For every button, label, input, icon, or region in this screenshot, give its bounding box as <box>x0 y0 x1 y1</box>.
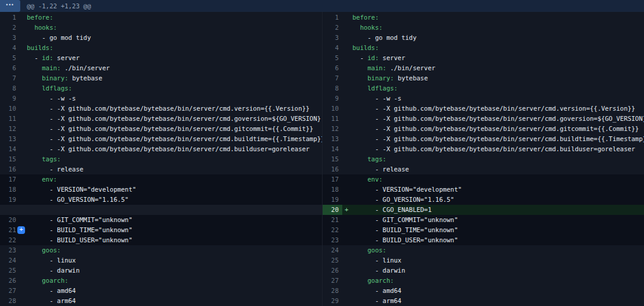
line-number[interactable]: 10 <box>323 103 342 113</box>
yaml-key: goos: <box>367 246 386 254</box>
yaml-text <box>27 246 42 254</box>
yaml-text: - GO_VERSION="1.16.5" <box>27 196 129 203</box>
line-number[interactable]: 26 <box>0 276 20 286</box>
line-number[interactable]: 9 <box>0 93 20 103</box>
line-number[interactable]: 2 <box>0 22 20 32</box>
line-number[interactable]: 18 <box>323 185 342 195</box>
line-number[interactable]: 20 <box>323 205 342 215</box>
diff-row: 2 hooks: <box>0 22 322 32</box>
code-line: binary: bytebase <box>27 74 102 82</box>
diff-row: 5 - id: server <box>0 52 322 63</box>
line-number[interactable]: 17 <box>0 174 20 185</box>
line-number[interactable]: 3 <box>323 32 342 42</box>
line-number[interactable]: 21+ <box>0 225 20 235</box>
diff-row: 6 main: ./bin/server <box>0 63 322 73</box>
line-number[interactable]: 5 <box>0 52 20 63</box>
line-number[interactable]: 5 <box>323 52 342 63</box>
line-number[interactable]: 24 <box>0 255 20 266</box>
line-number[interactable]: 22 <box>323 225 342 235</box>
line-number[interactable]: 2 <box>323 22 342 32</box>
yaml-text: - GIT_COMMIT="unknown" <box>352 216 458 223</box>
diff-row: 4builds: <box>0 42 322 52</box>
diff-row: 29 - arm64 <box>323 296 644 306</box>
line-number[interactable]: 6 <box>323 63 342 73</box>
line-number[interactable]: 26 <box>323 266 342 276</box>
code-line: tags: <box>27 155 61 163</box>
line-number[interactable]: 24 <box>323 245 342 255</box>
diff-row: 17 env: <box>323 174 644 185</box>
line-number[interactable]: 28 <box>323 286 342 296</box>
yaml-text: - -X github.com/bytebase/bytebase/bin/se… <box>352 105 635 112</box>
line-number[interactable]: 11 <box>323 113 342 123</box>
line-number[interactable]: 13 <box>0 133 20 143</box>
line-number[interactable]: 6 <box>0 63 20 73</box>
code-line: hooks: <box>27 24 57 31</box>
line-number[interactable]: 8 <box>0 83 20 93</box>
line-number[interactable]: 1 <box>0 12 20 22</box>
code-line: before: <box>27 14 53 21</box>
yaml-key: hooks: <box>35 24 57 31</box>
line-number[interactable]: 23 <box>323 235 342 245</box>
line-number[interactable]: 12 <box>0 123 20 133</box>
line-number[interactable]: 8 <box>323 83 342 93</box>
line-number[interactable]: 15 <box>0 154 20 164</box>
line-number[interactable]: 17 <box>323 174 342 185</box>
line-number[interactable]: 11 <box>0 113 20 123</box>
yaml-key: before: <box>27 14 53 21</box>
line-number[interactable]: 25 <box>323 255 342 266</box>
line-number[interactable]: 25 <box>0 266 20 276</box>
diff-row: 25 - darwin <box>0 266 322 276</box>
line-number[interactable]: 7 <box>0 73 20 83</box>
line-number[interactable]: 16 <box>323 164 342 174</box>
code-line: builds: <box>27 44 53 51</box>
line-number[interactable]: 16 <box>0 164 20 174</box>
line-number[interactable]: 15 <box>323 154 342 164</box>
diff-row: 3 - go mod tidy <box>323 32 644 42</box>
line-number[interactable]: 14 <box>0 143 20 154</box>
empty-gutter <box>0 205 20 215</box>
line-number[interactable]: 4 <box>0 42 20 52</box>
yaml-key: builds: <box>27 44 53 51</box>
yaml-text <box>352 155 367 163</box>
line-number[interactable]: 23 <box>0 245 20 255</box>
line-number[interactable]: 27 <box>0 286 20 296</box>
line-number[interactable]: 10 <box>0 103 20 113</box>
diff-row: 24 - linux <box>0 255 322 266</box>
yaml-text: - -X github.com/bytebase/bytebase/bin/se… <box>352 125 639 132</box>
code-line: goarch: <box>352 277 394 284</box>
code-line: - -w -s <box>27 95 76 102</box>
line-number[interactable]: 27 <box>323 276 342 286</box>
line-number[interactable]: 12 <box>323 123 342 133</box>
line-number[interactable]: 1 <box>323 12 342 22</box>
yaml-key: goos: <box>42 246 61 254</box>
line-number[interactable]: 21 <box>323 215 342 225</box>
yaml-text: - go mod tidy <box>352 34 416 41</box>
line-number[interactable]: 22 <box>0 235 20 245</box>
code-line: - -X github.com/bytebase/bytebase/bin/se… <box>352 115 644 122</box>
line-number[interactable]: 18 <box>0 185 20 195</box>
line-number[interactable]: 29 <box>323 296 342 306</box>
line-number[interactable]: 7 <box>323 73 342 83</box>
code-line: binary: bytebase <box>352 74 428 82</box>
line-number[interactable]: 4 <box>323 42 342 52</box>
expand-diff-button[interactable]: ••• <box>0 0 20 12</box>
line-number[interactable]: 14 <box>323 143 342 154</box>
diff-row: 15 tags: <box>0 154 322 164</box>
code-line: - VERSION="development" <box>352 186 462 193</box>
line-number[interactable]: 19 <box>0 195 20 205</box>
code-line: - amd64 <box>352 287 401 294</box>
line-number[interactable]: 13 <box>323 133 342 143</box>
line-number[interactable]: 9 <box>323 93 342 103</box>
yaml-text <box>27 24 35 31</box>
line-number[interactable]: 28 <box>0 296 20 306</box>
yaml-text: server <box>53 54 79 61</box>
yaml-text <box>27 85 42 92</box>
diff-row: 11 - -X github.com/bytebase/bytebase/bin… <box>0 113 322 123</box>
line-number[interactable]: 19 <box>323 195 342 205</box>
line-number[interactable]: 3 <box>0 32 20 42</box>
diff-panes: 1before:2 hooks:3 - go mod tidy4builds:5… <box>0 12 644 306</box>
add-comment-button[interactable]: + <box>17 226 25 234</box>
code-line: ldflags: <box>27 85 72 92</box>
line-number[interactable]: 20 <box>0 215 20 225</box>
code-line: - id: server <box>352 54 405 61</box>
